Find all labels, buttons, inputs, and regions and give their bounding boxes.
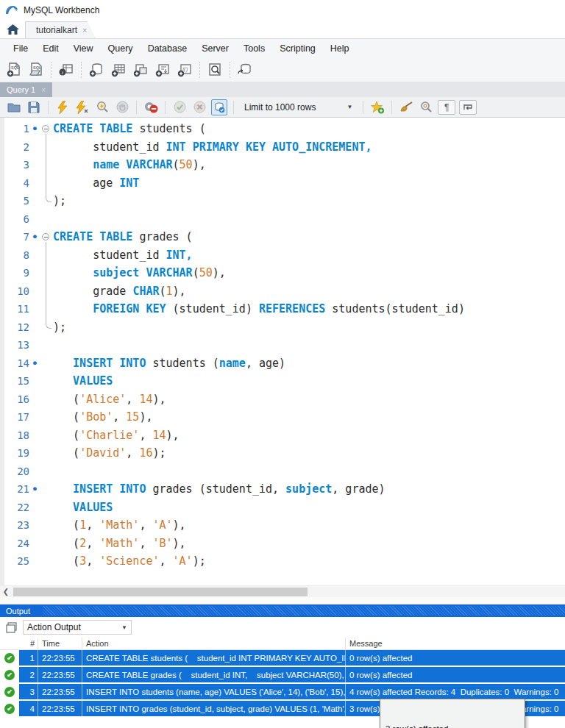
line-number: 24 (0, 535, 29, 553)
statement-marker-icon (29, 516, 40, 535)
code-text: CREATE TABLE grades ( (53, 228, 193, 246)
commit-icon (174, 101, 186, 113)
toolbar-separator (199, 62, 200, 78)
rollback-button[interactable] (191, 99, 207, 115)
output-grid-header: #TimeActionMessage (0, 638, 565, 650)
line-number: 17 (0, 408, 29, 427)
inspector-button[interactable]: i (57, 60, 76, 79)
tab-query-1[interactable]: Query 1 × (0, 82, 52, 97)
execute-current-button[interactable] (74, 99, 90, 115)
save-snippet-button[interactable] (369, 99, 385, 115)
search-objects-button[interactable] (205, 60, 224, 79)
limit-rows-dropdown[interactable]: Limit to 1000 rows ▼ (240, 102, 357, 113)
output-view-selector[interactable]: Action Output ▼ (23, 620, 132, 635)
reconnect-db-button[interactable] (235, 60, 255, 79)
window-title: MySQL Workbench (24, 5, 99, 15)
open-file-button[interactable] (6, 99, 22, 115)
menu-scripting[interactable]: Scripting (272, 41, 323, 56)
editor-hscrollbar[interactable]: ❮ (0, 585, 565, 597)
statement-marker-icon (29, 463, 40, 481)
line-number: 13 (0, 336, 29, 354)
save-icon (28, 101, 40, 113)
fold-circle (42, 233, 49, 240)
column-time[interactable]: Time (38, 638, 82, 649)
code-line: 24 (2, 'Math', 'B'), (0, 535, 565, 553)
scroll-left-icon[interactable]: ❮ (0, 588, 12, 596)
tab-tutorialkart[interactable]: tutorialkart × (25, 21, 96, 38)
menu-query[interactable]: Query (101, 41, 141, 56)
column-message[interactable]: Message (346, 638, 565, 649)
row-action: CREATE TABLE grades ( student_id INT, su… (82, 667, 346, 682)
execute-button[interactable] (54, 99, 71, 115)
code-line: 17 ('Bob', 15), (0, 408, 565, 427)
toolbar-separator (230, 62, 230, 78)
code-text: student_id INT PRIMARY KEY AUTO_INCREMEN… (53, 138, 372, 157)
home-icon (7, 24, 19, 35)
output-row[interactable]: ✔222:23:55CREATE TABLE grades ( student_… (0, 667, 565, 682)
query-tab-close-icon[interactable]: × (41, 86, 46, 94)
output-row[interactable]: ✔122:23:55CREATE TABLE students ( studen… (0, 650, 565, 665)
new-procedure-button[interactable] (153, 60, 172, 79)
column-action[interactable]: Action (82, 638, 346, 649)
tab-close-icon[interactable]: × (82, 26, 87, 35)
fold-column (40, 463, 53, 481)
new-table-button[interactable] (109, 60, 128, 79)
fold-open-icon[interactable] (40, 120, 53, 138)
line-number: 10 (0, 282, 29, 301)
success-check-icon: ✔ (4, 653, 15, 663)
find-icon (420, 101, 433, 113)
invisibles-toggle-button[interactable]: ¶ (438, 100, 455, 115)
output-row[interactable]: ✔322:23:55INSERT INTO students (name, ag… (0, 684, 565, 699)
code-text: student_id INT, (53, 246, 193, 265)
code-line: 18 ('Charlie', 14), (0, 427, 565, 445)
svg-text:SQL: SQL (11, 65, 20, 70)
stop-button[interactable] (114, 99, 130, 115)
mysql-dolphin-icon (5, 4, 18, 16)
commit-button[interactable] (171, 99, 188, 115)
hscrollbar-thumb[interactable] (13, 588, 308, 596)
menu-file[interactable]: File (6, 41, 35, 56)
menu-tools[interactable]: Tools (236, 41, 272, 56)
explain-button[interactable] (94, 99, 110, 115)
new-schema-button[interactable] (87, 60, 106, 79)
stop-on-error-toggle[interactable] (143, 99, 159, 115)
column-num[interactable]: # (19, 638, 38, 649)
code-line: 3 name VARCHAR(50), (0, 156, 565, 174)
save-button[interactable] (26, 99, 42, 115)
line-number: 4 (0, 174, 29, 193)
stop-on-error-icon (144, 101, 158, 114)
menu-edit[interactable]: Edit (35, 41, 66, 56)
line-number: 11 (0, 300, 29, 318)
statement-marker-icon: ● (29, 480, 40, 499)
query-tab-strip: Query 1 × (0, 82, 565, 97)
save-snippet-icon (371, 101, 385, 114)
hscrollbar-track[interactable] (12, 588, 565, 596)
code-line: 15 VALUES (0, 372, 565, 390)
beautify-button[interactable] (398, 99, 414, 115)
code-text: subject VARCHAR(50), (53, 264, 226, 282)
menu-database[interactable]: Database (141, 41, 195, 56)
fold-open-icon[interactable] (40, 228, 53, 246)
code-line: 12); (0, 318, 565, 337)
new-sql-tab-button[interactable]: SQL (4, 60, 24, 79)
menu-view[interactable]: View (66, 41, 101, 56)
wrap-toggle-icon (463, 104, 472, 111)
output-panel-header[interactable]: Output (0, 604, 565, 617)
code-text: INSERT INTO students (name, age) (53, 354, 285, 373)
home-tab[interactable] (0, 21, 25, 38)
open-sql-script-button[interactable]: SQL (26, 60, 46, 79)
wrap-toggle-button[interactable] (459, 100, 477, 115)
fold-column (40, 499, 53, 517)
find-button[interactable] (418, 99, 434, 115)
new-function-button[interactable]: f() (175, 60, 194, 79)
code-text: VALUES (53, 372, 113, 390)
statement-marker-icon: ● (29, 228, 40, 246)
fold-column (40, 336, 53, 354)
menu-help[interactable]: Help (323, 41, 357, 56)
menu-server[interactable]: Server (194, 41, 236, 56)
statement-marker-icon (29, 210, 40, 229)
sql-editor[interactable]: 1●CREATE TABLE students (2 student_id IN… (0, 118, 565, 585)
autocommit-toggle[interactable] (211, 99, 227, 115)
new-view-button[interactable] (131, 60, 150, 79)
code-text: ('David', 16); (53, 444, 166, 463)
